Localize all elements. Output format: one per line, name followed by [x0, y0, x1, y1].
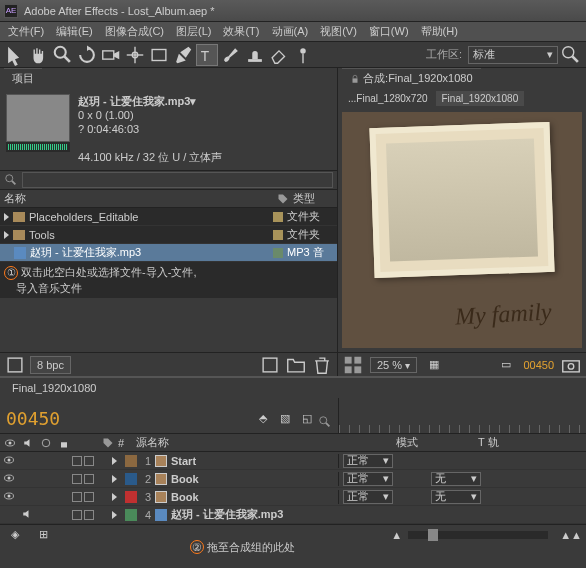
tl-layer-icon[interactable]: ◱ — [296, 407, 318, 429]
blend-mode-dropdown[interactable]: 正常▾ — [343, 490, 393, 504]
track-matte-dropdown[interactable]: 无▾ — [431, 472, 481, 486]
visibility-toggle[interactable] — [0, 472, 18, 486]
eraser-tool[interactable] — [268, 44, 290, 66]
shy-toggle[interactable] — [72, 492, 82, 502]
timecode[interactable]: 00450 — [6, 408, 60, 429]
anchor-tool[interactable] — [124, 44, 146, 66]
layer-row[interactable]: 3 Book 正常▾ 无▾ — [0, 488, 586, 506]
comp-subtab-b[interactable]: Final_1920x1080 — [436, 91, 525, 106]
col-mode[interactable]: 模式 — [396, 435, 418, 450]
expand-icon[interactable] — [4, 213, 9, 221]
layer-name[interactable]: Start — [171, 455, 196, 467]
grid-icon[interactable] — [342, 354, 364, 376]
project-tab[interactable]: 项目 — [4, 68, 42, 88]
interpret-footage-icon[interactable] — [4, 354, 26, 376]
workspace-dropdown[interactable]: 标准▾ — [468, 46, 558, 64]
expand-icon[interactable] — [4, 231, 9, 239]
brush-tool[interactable] — [220, 44, 242, 66]
label-chip[interactable] — [273, 212, 283, 222]
pen-tool[interactable] — [172, 44, 194, 66]
menu-edit[interactable]: 编辑(E) — [50, 22, 99, 41]
search-icon[interactable] — [318, 415, 332, 429]
expand-icon[interactable] — [112, 475, 117, 483]
new-folder-icon[interactable] — [285, 354, 307, 376]
shy-toggle[interactable] — [72, 456, 82, 466]
camera-tool[interactable] — [100, 44, 122, 66]
resolution-icon[interactable]: ▦ — [423, 354, 445, 376]
blend-mode-dropdown[interactable]: 正常▾ — [343, 472, 393, 486]
label-chip[interactable] — [273, 230, 283, 240]
zoom-out-icon[interactable]: ▲ — [391, 529, 402, 541]
composition-viewer[interactable]: My family — [342, 112, 582, 348]
text-tool[interactable]: T — [196, 44, 218, 66]
visibility-toggle[interactable] — [0, 490, 18, 504]
label-color[interactable] — [125, 455, 137, 467]
collapse-toggle[interactable] — [84, 456, 94, 466]
rotate-tool[interactable] — [76, 44, 98, 66]
label-color[interactable] — [125, 491, 137, 503]
new-comp-icon[interactable] — [259, 354, 281, 376]
menu-layer[interactable]: 图层(L) — [170, 22, 217, 41]
timeline-tab[interactable]: Final_1920x1080 — [4, 380, 104, 396]
project-search-input[interactable] — [22, 172, 333, 188]
tl-tools-icon[interactable]: ⬘ — [252, 407, 274, 429]
menu-effect[interactable]: 效果(T) — [217, 22, 265, 41]
comp-tab[interactable]: 合成:Final_1920x1080 — [342, 68, 481, 88]
toggle-modes-icon[interactable]: ⊞ — [32, 524, 54, 546]
zoom-tool[interactable] — [52, 44, 74, 66]
shy-toggle[interactable] — [72, 510, 82, 520]
menu-file[interactable]: 文件(F) — [2, 22, 50, 41]
current-frame[interactable]: 00450 — [523, 359, 554, 371]
collapse-toggle[interactable] — [84, 510, 94, 520]
tl-graph-icon[interactable]: ▧ — [274, 407, 296, 429]
zoom-slider[interactable] — [408, 531, 548, 539]
zoom-in-icon[interactable]: ▲▲ — [560, 529, 582, 541]
search-help-icon[interactable] — [560, 44, 582, 66]
zoom-dropdown[interactable]: 25 % ▾ — [370, 357, 417, 373]
label-chip[interactable] — [273, 248, 283, 258]
collapse-toggle[interactable] — [84, 492, 94, 502]
layer-name[interactable]: Book — [171, 473, 199, 485]
stamp-tool[interactable] — [244, 44, 266, 66]
layer-row[interactable]: 1 Start 正常▾ — [0, 452, 586, 470]
toggle-switches-icon[interactable]: ◈ — [4, 524, 26, 546]
bpc-button[interactable]: 8 bpc — [30, 356, 71, 374]
blend-mode-dropdown[interactable]: 正常▾ — [343, 454, 393, 468]
audio-toggle[interactable] — [18, 508, 36, 522]
label-color[interactable] — [125, 473, 137, 485]
selection-tool[interactable] — [4, 44, 26, 66]
region-icon[interactable]: ▭ — [495, 354, 517, 376]
rect-tool[interactable] — [148, 44, 170, 66]
menu-help[interactable]: 帮助(H) — [415, 22, 464, 41]
col-track[interactable]: T 轨 — [478, 435, 499, 450]
snapshot-icon[interactable] — [560, 354, 582, 376]
layer-name[interactable]: 赵玥 - 让爱住我家.mp3 — [171, 507, 283, 522]
label-color[interactable] — [125, 509, 137, 521]
layer-row[interactable]: 4 赵玥 - 让爱住我家.mp3 — [0, 506, 586, 524]
menu-animation[interactable]: 动画(A) — [266, 22, 315, 41]
menu-composition[interactable]: 图像合成(C) — [99, 22, 170, 41]
collapse-toggle[interactable] — [84, 474, 94, 484]
expand-icon[interactable] — [112, 493, 117, 501]
hand-tool[interactable] — [28, 44, 50, 66]
layer-name[interactable]: Book — [171, 491, 199, 503]
menu-view[interactable]: 视图(V) — [314, 22, 363, 41]
puppet-tool[interactable] — [292, 44, 314, 66]
time-ruler[interactable] — [339, 425, 586, 433]
asset-row-tools[interactable]: Tools 文件夹 — [0, 226, 337, 244]
track-matte-dropdown[interactable]: 无▾ — [431, 490, 481, 504]
col-source[interactable]: 源名称 — [136, 435, 169, 450]
asset-row-mp3[interactable]: 赵玥 - 让爱住我家.mp3 MP3 音 — [0, 244, 337, 262]
layer-row[interactable]: 2 Book 正常▾ 无▾ — [0, 470, 586, 488]
visibility-toggle[interactable] — [0, 454, 18, 468]
menu-window[interactable]: 窗口(W) — [363, 22, 415, 41]
col-name-header[interactable]: 名称 — [0, 191, 277, 206]
asset-row-placeholders[interactable]: Placeholders_Editable 文件夹 — [0, 208, 337, 226]
shy-toggle[interactable] — [72, 474, 82, 484]
col-number[interactable]: # — [114, 437, 128, 449]
expand-icon[interactable] — [112, 457, 117, 465]
col-type-header[interactable]: 类型 — [277, 191, 337, 206]
comp-subtab-a[interactable]: ...Final_1280x720 — [342, 91, 434, 106]
delete-icon[interactable] — [311, 354, 333, 376]
expand-icon[interactable] — [112, 511, 117, 519]
